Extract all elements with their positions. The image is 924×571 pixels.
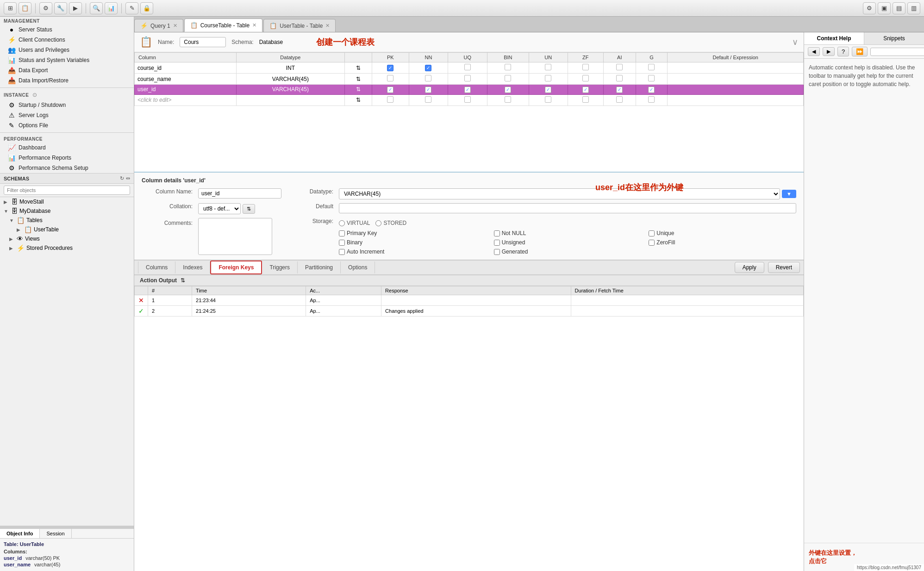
query1-tab-close[interactable]: ✕ <box>173 23 177 29</box>
toolbar-btn-4[interactable]: 🔧 <box>54 2 67 14</box>
col-name-4[interactable]: <click to edit> <box>135 94 237 106</box>
schema-expand-btn[interactable]: ⇔ <box>126 175 130 181</box>
sidebar-item-dashboard[interactable]: 📈 Dashboard <box>0 143 134 153</box>
schema-row-usertable[interactable]: ▶ 📋 UserTable <box>0 225 134 234</box>
tab-snippets[interactable]: Snippets <box>864 32 924 44</box>
nn-check-4[interactable] <box>425 96 431 103</box>
col-un-3[interactable]: ✓ <box>529 85 568 95</box>
tab-context-help[interactable]: Context Help <box>804 32 864 44</box>
pk-check-2[interactable] <box>387 75 393 81</box>
col-bin-3[interactable]: ✓ <box>487 85 529 95</box>
schema-refresh-btn[interactable]: ↻ <box>120 175 124 181</box>
pk-check-1[interactable]: ✓ <box>387 65 393 71</box>
nav-forward-btn[interactable]: ▶ <box>823 47 835 56</box>
toolbar-btn-9[interactable]: 🔒 <box>140 2 153 14</box>
primary-key-checkbox[interactable] <box>339 230 345 236</box>
col-zf-4[interactable] <box>568 94 603 106</box>
col-spinner-2[interactable]: ⇅ <box>345 74 372 85</box>
not-null-checkbox[interactable] <box>494 230 500 236</box>
tab-options[interactable]: Options <box>341 261 375 273</box>
zf-check-2[interactable] <box>582 75 589 81</box>
generated-checkbox-label[interactable]: Generated <box>494 248 642 255</box>
sidebar-item-data-import[interactable]: 📥 Data Import/Restore <box>0 75 134 86</box>
toolbar-btn-5[interactable]: ▶ <box>69 2 82 14</box>
col-uq-2[interactable] <box>448 74 487 85</box>
schema-row-views[interactable]: ▶ 👁 Views <box>0 234 134 243</box>
collation-spinner-btn[interactable]: ⇅ <box>243 204 255 214</box>
uq-check-2[interactable] <box>464 75 471 81</box>
col-bin-4[interactable] <box>487 94 529 106</box>
nn-check-3[interactable]: ✓ <box>425 87 431 93</box>
stored-radio-label[interactable]: STORED <box>375 220 406 226</box>
binary-checkbox-label[interactable]: Binary <box>339 239 487 246</box>
un-check-3[interactable]: ✓ <box>545 87 551 93</box>
bin-check-3[interactable]: ✓ <box>505 87 511 93</box>
col-uq-3[interactable]: ✓ <box>448 85 487 95</box>
col-nn-2[interactable] <box>409 74 448 85</box>
unsigned-checkbox[interactable] <box>494 240 500 246</box>
bin-check-4[interactable] <box>505 96 511 103</box>
revert-button[interactable]: Revert <box>768 262 800 273</box>
sidebar-item-users-privileges[interactable]: 👥 Users and Privileges <box>0 45 134 55</box>
col-pk-4[interactable] <box>372 94 409 106</box>
un-check-1[interactable] <box>545 64 551 70</box>
tab-session[interactable]: Session <box>40 529 71 538</box>
toolbar-btn-6[interactable]: 🔍 <box>90 2 103 14</box>
col-un-1[interactable] <box>529 62 568 74</box>
pk-check-3[interactable]: ✓ <box>387 87 393 93</box>
zerofill-checkbox-label[interactable]: ZeroFill <box>649 239 796 246</box>
table-row[interactable]: course_id INT ⇅ ✓ ✓ <box>135 62 804 74</box>
schema-row-stored-procedures[interactable]: ▶ ⚡ Stored Procedures <box>0 243 134 253</box>
ai-check-2[interactable] <box>616 75 623 81</box>
table-row[interactable]: <click to edit> ⇅ <box>135 94 804 106</box>
table-name-input[interactable] <box>180 37 226 47</box>
col-pk-2[interactable] <box>372 74 409 85</box>
col-nn-3[interactable]: ✓ <box>409 85 448 95</box>
toolbar-btn-1[interactable]: ⊞ <box>4 2 17 14</box>
nav-back-btn[interactable]: ◀ <box>808 47 820 56</box>
ai-check-1[interactable] <box>616 64 623 70</box>
col-bin-1[interactable] <box>487 62 529 74</box>
tab-foreign-keys[interactable]: Foreign Keys <box>210 261 262 274</box>
nn-check-1[interactable]: ✓ <box>425 65 431 71</box>
tab-triggers[interactable]: Triggers <box>262 261 298 273</box>
col-uq-1[interactable] <box>448 62 487 74</box>
tab-partitioning[interactable]: Partitioning <box>298 261 341 273</box>
col-spinner-1[interactable]: ⇅ <box>345 62 372 74</box>
sidebar-item-options-file[interactable]: ✎ Options File <box>0 120 134 130</box>
un-check-2[interactable] <box>545 75 551 81</box>
unique-checkbox[interactable] <box>649 230 655 236</box>
col-uq-4[interactable] <box>448 94 487 106</box>
toolbar-btn-7[interactable]: 📊 <box>105 2 118 14</box>
col-g-1[interactable] <box>636 62 668 74</box>
schema-row-mydatabase[interactable]: ▼ 🗄 MyDatabase <box>0 206 134 216</box>
sidebar-item-startup[interactable]: ⚙ Startup / Shutdown <box>0 100 134 110</box>
col-un-4[interactable] <box>529 94 568 106</box>
g-check-4[interactable] <box>648 96 655 103</box>
g-check-1[interactable] <box>648 64 655 70</box>
zf-check-4[interactable] <box>582 96 589 103</box>
default-input[interactable] <box>339 203 796 213</box>
toolbar-btn-8[interactable]: ✎ <box>125 2 138 14</box>
action-output-expand-icon[interactable]: ⇅ <box>181 277 185 284</box>
primary-key-checkbox-label[interactable]: Primary Key <box>339 230 487 236</box>
output-row-1[interactable]: ✕ 1 21:23:44 Ap... <box>135 295 804 306</box>
tab-indexes[interactable]: Indexes <box>175 261 210 273</box>
zf-check-3[interactable]: ✓ <box>582 87 589 93</box>
uq-check-4[interactable] <box>464 96 471 103</box>
sidebar-item-data-export[interactable]: 📤 Data Export <box>0 65 134 75</box>
schema-row-tables[interactable]: ▼ 📋 Tables <box>0 216 134 225</box>
col-pk-3[interactable]: ✓ <box>372 85 409 95</box>
virtual-radio[interactable] <box>339 220 345 226</box>
unsigned-checkbox-label[interactable]: Unsigned <box>494 239 642 246</box>
col-zf-3[interactable]: ✓ <box>568 85 603 95</box>
coursetable-tab-close[interactable]: ✕ <box>252 22 256 28</box>
sidebar-item-server-logs[interactable]: ⚠ Server Logs <box>0 110 134 120</box>
un-check-4[interactable] <box>545 96 551 103</box>
toolbar-btn-layout1[interactable]: ▣ <box>878 2 891 14</box>
virtual-radio-label[interactable]: VIRTUAL <box>339 220 370 226</box>
toolbar-btn-layout2[interactable]: ▤ <box>893 2 905 14</box>
col-ai-3[interactable]: ✓ <box>603 85 636 95</box>
col-un-2[interactable] <box>529 74 568 85</box>
col-nn-4[interactable] <box>409 94 448 106</box>
